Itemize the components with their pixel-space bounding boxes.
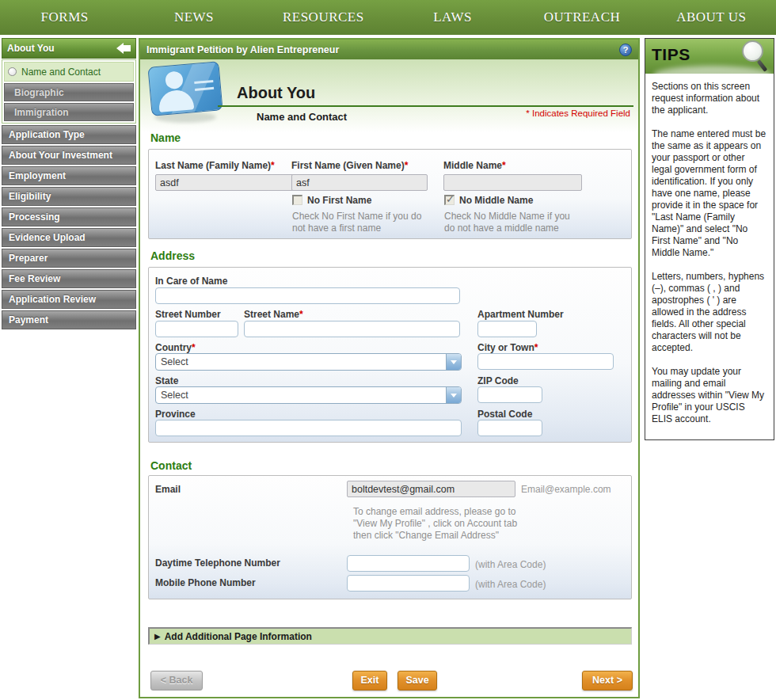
- nav-item-news[interactable]: NEWS: [129, 10, 258, 25]
- sidebar-item-label: Biographic: [14, 87, 64, 98]
- add-additional-page-info-expander[interactable]: ▶ Add Additional Page Information: [148, 627, 632, 645]
- next-button[interactable]: Next >: [582, 671, 633, 690]
- exit-button[interactable]: Exit: [352, 671, 387, 690]
- zip-code-label: ZIP Code: [477, 375, 519, 386]
- radio-indicator-icon: [8, 67, 17, 76]
- sidebar-item-label: Application Type: [9, 129, 85, 140]
- sidebar-item-immigration[interactable]: Immigration: [4, 103, 134, 121]
- sidebar-item-label: Name and Contact: [21, 67, 101, 78]
- back-button[interactable]: < Back: [150, 671, 203, 690]
- no-middle-name-checkbox[interactable]: [444, 195, 455, 205]
- email-change-note: To change email address, please go to "V…: [353, 506, 537, 542]
- last-name-input[interactable]: [155, 174, 294, 191]
- sidebar-item-label: Payment: [9, 314, 48, 325]
- dropdown-arrow-icon[interactable]: [446, 354, 461, 370]
- title-divider: [218, 105, 633, 107]
- sidebar-header-label: About You: [7, 43, 55, 54]
- expander-arrow-icon: ▶: [154, 632, 161, 641]
- sidebar-item-processing[interactable]: Processing: [2, 207, 136, 226]
- mobile-phone-input[interactable]: [347, 575, 470, 592]
- required-asterisk: *: [192, 342, 196, 353]
- tips-body: Sections on this screen request informat…: [645, 74, 774, 444]
- nav-item-resources[interactable]: RESOURCES: [259, 10, 388, 25]
- tips-paragraph: The name entered must be the same as it …: [652, 128, 767, 259]
- sidebar-item-label: Fee Review: [9, 273, 60, 284]
- state-selected-value: Select: [156, 390, 446, 401]
- sidebar-section-about-you[interactable]: About You: [2, 38, 136, 59]
- country-selected-value: Select: [156, 356, 446, 367]
- daytime-phone-hint: (with Area Code): [475, 559, 546, 570]
- sidebar-item-fee-review[interactable]: Fee Review: [2, 269, 136, 288]
- page-subtitle: Name and Contact: [257, 111, 347, 123]
- sidebar-item-preparer[interactable]: Preparer: [2, 249, 136, 268]
- sidebar-item-employment[interactable]: Employment: [2, 166, 136, 185]
- nav-item-laws[interactable]: LAWS: [388, 10, 517, 25]
- street-number-input[interactable]: [155, 321, 238, 337]
- first-name-input[interactable]: [291, 174, 428, 191]
- sidebar-item-label: Immigration: [14, 107, 69, 118]
- street-name-input[interactable]: [244, 321, 460, 337]
- expander-label: Add Additional Page Information: [165, 631, 312, 642]
- nav-item-about-us[interactable]: ABOUT US: [647, 10, 776, 25]
- no-first-name-help: Check No First Name if you do not have a…: [292, 211, 431, 234]
- email-label: Email: [155, 484, 181, 495]
- last-name-label: Last Name (Family Name)*: [155, 160, 275, 171]
- nav-item-outreach[interactable]: OUTREACH: [517, 10, 646, 25]
- sidebar-item-label: Application Review: [9, 294, 96, 305]
- contact-section-heading: Contact: [150, 459, 192, 472]
- sidebar-item-application-review[interactable]: Application Review: [2, 290, 136, 309]
- email-format-hint: Email@example.com: [521, 484, 611, 495]
- daytime-phone-input[interactable]: [347, 555, 470, 572]
- tips-paragraph: Letters, numbers, hyphens (–), commas ( …: [652, 271, 767, 354]
- city-input[interactable]: [477, 353, 614, 370]
- no-middle-name-label: No Middle Name: [459, 195, 533, 206]
- required-asterisk: *: [502, 160, 506, 171]
- collapse-arrow-icon[interactable]: [116, 43, 131, 54]
- zip-code-input[interactable]: [477, 386, 542, 403]
- first-name-label: First Name (Given Name)*: [291, 160, 408, 171]
- state-label: State: [155, 375, 178, 386]
- address-section-heading: Address: [150, 249, 195, 262]
- section-sidebar: About You Name and Contact Biographic Im…: [2, 38, 136, 329]
- state-select[interactable]: Select: [155, 386, 462, 404]
- help-icon[interactable]: ?: [619, 44, 632, 56]
- sidebar-subsection-group: Name and Contact Biographic Immigration: [2, 59, 136, 124]
- name-section-heading: Name: [150, 131, 181, 144]
- tips-paragraph: You may update your mailing and email ad…: [652, 366, 767, 425]
- in-care-of-input[interactable]: [155, 287, 460, 304]
- tips-panel: TIPS Sections on this screen request inf…: [645, 38, 774, 440]
- sidebar-item-evidence-upload[interactable]: Evidence Upload: [2, 228, 136, 247]
- sidebar-item-biographic[interactable]: Biographic: [4, 83, 134, 101]
- required-asterisk: *: [299, 309, 303, 320]
- sidebar-item-label: Preparer: [9, 253, 48, 264]
- country-select[interactable]: Select: [155, 353, 462, 371]
- email-input[interactable]: [347, 481, 515, 497]
- required-asterisk: *: [405, 160, 409, 171]
- apartment-number-input[interactable]: [477, 321, 537, 337]
- required-asterisk: *: [534, 342, 538, 353]
- save-button[interactable]: Save: [398, 671, 437, 690]
- sidebar-item-application-type[interactable]: Application Type: [2, 125, 136, 144]
- mobile-phone-label: Mobile Phone Number: [155, 577, 256, 588]
- province-input[interactable]: [155, 420, 462, 436]
- nav-item-forms[interactable]: FORMS: [0, 10, 129, 25]
- postal-code-input[interactable]: [477, 420, 542, 436]
- sidebar-item-about-your-investment[interactable]: About Your Investment: [2, 146, 136, 165]
- sidebar-item-eligibility[interactable]: Eligibility: [2, 187, 136, 206]
- magnifier-icon: [742, 40, 769, 72]
- daytime-phone-label: Daytime Telephone Number: [155, 557, 280, 569]
- middle-name-label: Middle Name*: [443, 160, 506, 171]
- dropdown-arrow-icon[interactable]: [446, 387, 461, 403]
- main-form-panel: Immigrant Petition by Alien Entrepreneur…: [139, 38, 640, 698]
- sidebar-item-label: Evidence Upload: [9, 232, 86, 243]
- sidebar-item-payment[interactable]: Payment: [2, 310, 136, 329]
- required-asterisk: *: [271, 160, 275, 171]
- top-navigation: FORMS NEWS RESOURCES LAWS OUTREACH ABOUT…: [0, 0, 776, 35]
- middle-name-input[interactable]: [443, 174, 582, 191]
- no-first-name-checkbox[interactable]: [292, 195, 302, 205]
- sidebar-item-name-and-contact[interactable]: Name and Contact: [4, 62, 134, 82]
- sidebar-item-label: Processing: [9, 211, 60, 223]
- contact-section-box: Email Email@example.com To change email …: [148, 475, 632, 599]
- apartment-number-label: Apartment Number: [477, 309, 564, 320]
- sidebar-item-label: Eligibility: [9, 191, 51, 202]
